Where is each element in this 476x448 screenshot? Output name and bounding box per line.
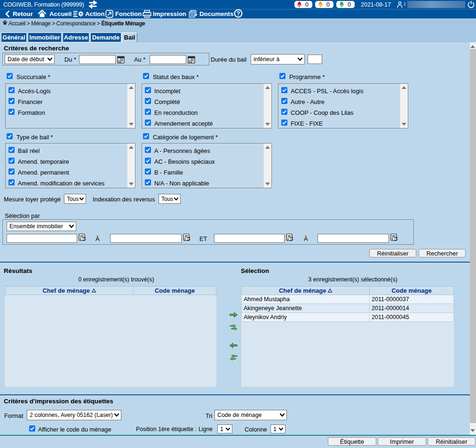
svg-text:?: ? xyxy=(237,10,240,17)
